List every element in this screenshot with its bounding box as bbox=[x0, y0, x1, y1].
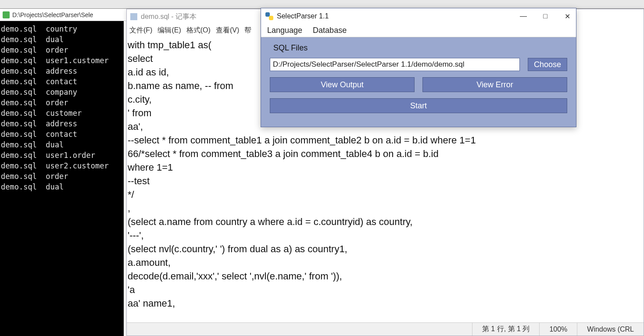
selectparser-titlebar[interactable]: SelectParser 1.1 — □ ✕ bbox=[261, 8, 576, 24]
terminal-output[interactable]: demo.sql country demo.sql dual demo.sql … bbox=[0, 21, 124, 336]
selectparser-body: SQL Files Choose View Output View Error … bbox=[261, 37, 576, 127]
choose-button[interactable]: Choose bbox=[528, 58, 567, 71]
sql-path-input[interactable] bbox=[270, 58, 520, 71]
view-error-button[interactable]: View Error bbox=[422, 77, 567, 92]
terminal-text: demo.sql country demo.sql dual demo.sql … bbox=[1, 25, 109, 191]
minimize-button[interactable]: — bbox=[519, 12, 528, 21]
maximize-button[interactable]: □ bbox=[541, 12, 550, 21]
view-output-button[interactable]: View Output bbox=[270, 77, 415, 92]
selectparser-menubar: Language Database bbox=[261, 24, 576, 37]
window-controls: — □ ✕ bbox=[519, 12, 572, 21]
selectparser-title: SelectParser 1.1 bbox=[277, 12, 329, 20]
menu-view[interactable]: 查看(V) bbox=[216, 26, 239, 35]
menu-help[interactable]: 帮 bbox=[244, 26, 251, 35]
selectparser-window: SelectParser 1.1 — □ ✕ Language Database… bbox=[261, 8, 576, 127]
menu-file[interactable]: 文件(F) bbox=[129, 26, 152, 35]
status-encoding: Windows (CRL bbox=[577, 323, 644, 336]
status-zoom: 100% bbox=[539, 323, 577, 336]
start-button[interactable]: Start bbox=[270, 98, 567, 113]
notepad-icon bbox=[130, 13, 137, 20]
menu-database[interactable]: Database bbox=[313, 26, 347, 35]
close-button[interactable]: ✕ bbox=[563, 12, 572, 21]
desktop-top-edge bbox=[0, 0, 644, 9]
background-window-title: D:\Projects\SelectParser\Sele bbox=[12, 11, 93, 18]
status-position: 第 1 行, 第 1 列 bbox=[472, 323, 539, 336]
menu-language[interactable]: Language bbox=[267, 26, 302, 35]
app-icon bbox=[3, 11, 10, 18]
python-icon bbox=[265, 12, 273, 20]
notepad-title: demo.sql - 记事本 bbox=[141, 12, 197, 21]
sql-files-label: SQL Files bbox=[270, 43, 567, 53]
notepad-statusbar: 第 1 行, 第 1 列 100% Windows (CRL bbox=[127, 322, 644, 336]
menu-format[interactable]: 格式(O) bbox=[186, 26, 211, 35]
menu-edit[interactable]: 编辑(E) bbox=[157, 26, 181, 35]
